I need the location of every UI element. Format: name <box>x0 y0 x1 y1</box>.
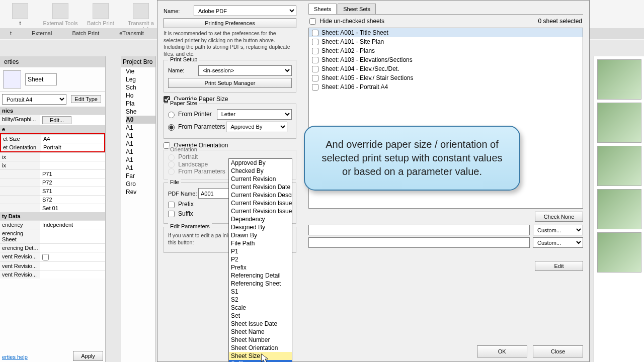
category-other[interactable]: e <box>0 125 105 133</box>
apply-button[interactable]: Apply <box>73 351 103 361</box>
sheet-item[interactable]: Sheet: A101 - Site Plan <box>309 37 583 46</box>
suffix-check[interactable]: Suffix <box>168 210 193 218</box>
sheet-item[interactable]: Sheet: A001 - Title Sheet <box>309 28 583 37</box>
tab-sheet-sets[interactable]: Sheet Sets <box>338 4 376 14</box>
print-setup-manager-button[interactable]: Print Setup Manager <box>168 78 292 88</box>
project-browser: Project Bro Vie Leg Sch Ho Pla She A0 A1… <box>121 56 156 362</box>
setup-select[interactable]: <in-session> <box>198 65 292 76</box>
sheet-item[interactable]: Sheet: A105 - Elev./ Stair Sections <box>309 73 583 82</box>
printer-select[interactable]: Adobe PDF <box>194 6 296 16</box>
edit-type-button[interactable]: Edit Type <box>71 95 101 103</box>
properties-palette: erties Sheet Portrait A4 Edit Type nics … <box>0 56 106 362</box>
suffix-input[interactable] <box>308 237 530 248</box>
file-title: File <box>168 179 181 185</box>
hide-unchecked-check[interactable]: Hide un-checked sheets <box>309 18 384 25</box>
prefix-custom-select[interactable]: Custom... <box>533 225 583 235</box>
orient-param-radio: From Parameters <box>168 168 225 175</box>
category-identity[interactable]: ty Data <box>0 212 105 220</box>
thumbnail[interactable] <box>597 103 641 143</box>
instance-selector[interactable]: Portrait A4 <box>2 94 66 105</box>
printer-note: It is recommended to set the preferences… <box>164 30 296 58</box>
prefix-input[interactable] <box>308 225 530 235</box>
thumbnail[interactable] <box>597 232 641 273</box>
rev-check[interactable] <box>42 254 49 260</box>
from-printer-radio[interactable]: From Printer <box>168 111 212 118</box>
browser-title: Project Bro <box>121 56 155 67</box>
close-button[interactable]: Close <box>533 345 583 357</box>
thumbnail[interactable] <box>597 146 641 186</box>
printing-preferences-button[interactable]: Printing Preferences <box>164 18 296 28</box>
edit-params-title: Edit Parameters <box>168 223 212 229</box>
print-setup-title: Print Setup <box>168 56 199 62</box>
properties-help-link[interactable]: erties help <box>2 354 28 360</box>
printer-name-label: Name: <box>164 8 194 14</box>
sheet-item[interactable]: Sheet: A102 - Plans <box>309 46 583 55</box>
landscape-radio: Landscape <box>168 161 208 168</box>
edit-params-button[interactable]: Edit <box>535 261 583 271</box>
tab-sheets[interactable]: Sheets <box>308 4 337 14</box>
printer-size-select[interactable]: Letter <box>217 109 292 120</box>
param-size-select[interactable]: Approved By <box>226 122 287 132</box>
type-selector[interactable]: Sheet <box>25 73 57 85</box>
selection-count: 0 sheet selected <box>538 18 582 25</box>
pdf-name-label: PDF Name: <box>168 191 198 197</box>
thumbnail-strip <box>594 56 644 362</box>
thumbnail[interactable] <box>597 189 641 229</box>
thumbnail[interactable] <box>597 59 641 100</box>
orientation-title: Orientation <box>168 146 199 152</box>
sheet-item[interactable]: Sheet: A106 - Portrait A4 <box>309 82 583 92</box>
properties-title: erties <box>0 56 105 67</box>
sheet-item[interactable]: Sheet: A104 - Elev./Sec./Det. <box>309 64 583 73</box>
sheet-item[interactable]: Sheet: A103 - Elevations/Sections <box>309 55 583 64</box>
suffix-custom-select[interactable]: Custom... <box>533 237 583 248</box>
ok-button[interactable]: OK <box>477 345 527 357</box>
portrait-radio: Portrait <box>168 153 198 160</box>
paper-size-title: Paper Size <box>168 100 199 106</box>
callout-bubble: And override paper size / orientation of… <box>304 126 520 191</box>
sheet-icon <box>3 70 21 88</box>
prefix-check[interactable]: Prefix <box>168 201 194 208</box>
parameter-dropdown[interactable]: Approved By Checked By Current Revision … <box>228 158 292 362</box>
check-none-button[interactable]: Check None <box>535 212 583 222</box>
from-params-radio[interactable]: From Parameters <box>168 123 225 131</box>
vg-edit-button[interactable]: Edit... <box>42 116 71 124</box>
category-graphics[interactable]: nics <box>0 107 105 115</box>
